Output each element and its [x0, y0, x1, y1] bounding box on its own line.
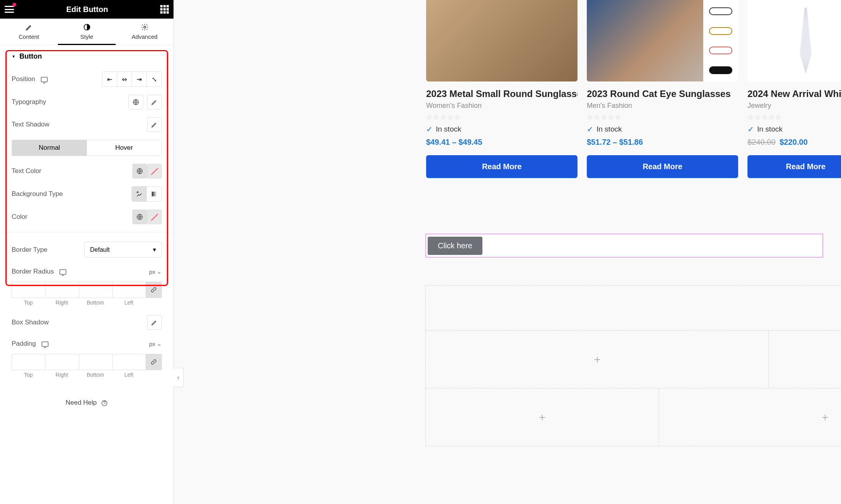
bg-gradient-icon[interactable] — [147, 187, 161, 201]
chevron-down-icon: ▾ — [153, 246, 156, 253]
product-category[interactable]: Men's Fashion — [587, 102, 738, 110]
svg-point-1 — [144, 26, 146, 28]
star-rating: ☆☆☆☆☆ — [747, 113, 841, 121]
label-text-color: Text Color — [12, 167, 42, 175]
glasses-icon — [709, 27, 732, 35]
globe-icon[interactable] — [132, 210, 147, 224]
responsive-icon[interactable] — [42, 341, 49, 347]
menu-icon[interactable] — [5, 6, 14, 13]
add-widget-icon[interactable] — [768, 331, 841, 388]
row-box-shadow: Box Shadow — [0, 311, 173, 334]
product-category[interactable]: Jewelry — [747, 102, 841, 110]
product-title[interactable]: 2023 Round Cat Eye Sunglasses — [587, 88, 738, 99]
half-circle-icon — [83, 23, 91, 31]
tab-advanced[interactable]: Advanced — [116, 19, 173, 45]
padding-left-input[interactable] — [112, 354, 146, 370]
widgets-grid-icon[interactable] — [160, 5, 169, 14]
state-tabs: Normal Hover — [12, 140, 162, 156]
click-here-button[interactable]: Click here — [428, 237, 482, 255]
empty-row: ＋ — [425, 285, 841, 331]
radius-right-input[interactable] — [45, 282, 78, 298]
bg-type-buttons — [132, 186, 162, 202]
padding-bottom-input[interactable] — [79, 354, 112, 370]
row-background-type: Background Type — [0, 182, 173, 206]
star-rating: ☆☆☆☆☆ — [426, 113, 577, 121]
align-left-icon[interactable]: ⇤ — [102, 72, 117, 87]
row-border-radius: Border Radius px⌄ — [0, 262, 173, 282]
globe-icon[interactable] — [128, 95, 143, 109]
text-color-swatch[interactable] — [147, 164, 162, 178]
sidebar-header: Edit Button — [0, 0, 173, 19]
product-image[interactable] — [587, 0, 738, 81]
pendant-icon — [794, 8, 817, 74]
radius-labels: Top Right Bottom Left — [12, 300, 162, 306]
radius-left-input[interactable] — [112, 282, 146, 298]
label-border-type: Border Type — [12, 246, 47, 254]
read-more-button[interactable]: Read More — [747, 155, 841, 178]
globe-icon[interactable] — [132, 164, 147, 178]
help-link[interactable]: Need Help — [0, 383, 173, 414]
edit-pencil-icon[interactable] — [147, 95, 162, 109]
add-widget-icon[interactable]: ＋ — [426, 286, 841, 330]
add-widget-icon[interactable]: ＋ — [659, 388, 841, 446]
border-type-select[interactable]: Default ▾ — [84, 242, 162, 258]
align-right-icon[interactable]: ⇥ — [132, 72, 147, 87]
label-background-type: Background Type — [12, 190, 63, 198]
glasses-icon — [709, 66, 732, 74]
radius-bottom-input[interactable] — [79, 282, 112, 298]
product-image[interactable] — [426, 0, 577, 81]
stock-status: ✓ In stock — [587, 125, 738, 134]
product-title[interactable]: 2024 New Arrival White — [747, 88, 841, 99]
padding-top-input[interactable] — [12, 354, 45, 370]
unit-select-radius[interactable]: px⌄ — [149, 268, 162, 275]
button-widget-selected[interactable]: Click here — [425, 234, 823, 258]
tab-style[interactable]: Style — [58, 19, 116, 45]
border-radius-inputs — [12, 282, 162, 298]
bg-color-swatch[interactable] — [147, 210, 162, 224]
editor-sidebar: Edit Button Content Style Advanced Butto… — [0, 0, 174, 504]
chevron-down-icon: ⌄ — [157, 268, 162, 275]
border-type-value: Default — [90, 246, 110, 253]
link-values-icon[interactable] — [146, 282, 162, 298]
add-widget-icon[interactable]: ＋ — [426, 388, 659, 446]
glasses-icon — [709, 7, 732, 15]
glasses-icon — [709, 47, 732, 54]
collapse-sidebar-icon[interactable]: ‹ — [173, 368, 184, 387]
editor-tabs: Content Style Advanced — [0, 19, 173, 45]
state-hover[interactable]: Hover — [87, 140, 162, 156]
read-more-button[interactable]: Read More — [587, 155, 738, 178]
align-center-icon[interactable]: ⇔ — [117, 72, 132, 87]
stock-status: ✓ In stock — [747, 125, 841, 134]
product-category[interactable]: Women's Fashion — [426, 102, 577, 110]
link-values-icon[interactable] — [146, 354, 162, 370]
tab-content[interactable]: Content — [0, 19, 58, 45]
svg-point-4 — [137, 192, 138, 193]
read-more-button[interactable]: Read More — [426, 155, 577, 178]
notification-dot — [12, 3, 16, 7]
product-title[interactable]: 2023 Metal Small Round Sunglasses — [426, 88, 577, 99]
add-widget-icon[interactable]: ＋ — [426, 331, 768, 388]
row-text-color: Text Color — [0, 160, 173, 182]
check-icon: ✓ — [747, 125, 754, 134]
preview-canvas: 2023 Metal Small Round Sunglasses Women'… — [174, 0, 841, 504]
section-button[interactable]: Button — [0, 45, 173, 68]
gear-icon — [141, 23, 149, 31]
align-stretch-icon[interactable]: ⤡ — [147, 72, 161, 87]
radius-top-input[interactable] — [12, 282, 45, 298]
row-typography: Typography — [0, 91, 173, 113]
bg-classic-icon[interactable] — [132, 187, 147, 201]
responsive-icon[interactable] — [59, 269, 66, 275]
responsive-icon[interactable] — [41, 77, 48, 82]
edit-pencil-icon[interactable] — [147, 117, 162, 132]
padding-right-input[interactable] — [45, 354, 78, 370]
padding-labels: Top Right Bottom Left — [12, 372, 162, 378]
sidebar-title: Edit Button — [66, 5, 108, 14]
edit-pencil-icon[interactable] — [147, 315, 162, 330]
label-border-radius: Border Radius — [12, 268, 66, 275]
state-normal[interactable]: Normal — [12, 140, 87, 156]
product-price: $240.00 $220.00 — [747, 138, 841, 147]
product-image[interactable] — [747, 0, 841, 81]
product-price: $49.41 – $49.45 — [426, 138, 577, 147]
product-card: 2024 New Arrival White Jewelry ☆☆☆☆☆ ✓ I… — [747, 0, 841, 178]
unit-select-padding[interactable]: px⌄ — [149, 340, 162, 347]
